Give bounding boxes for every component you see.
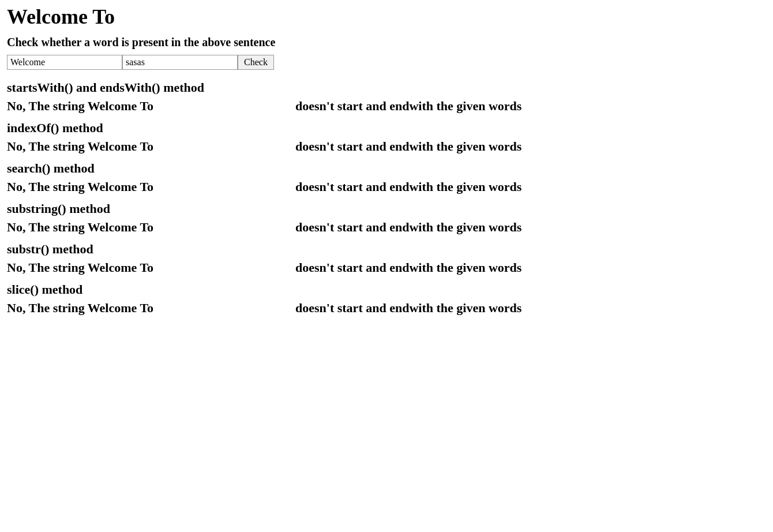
method-heading-4: substr() method xyxy=(7,242,766,257)
subtitle-text: Check whether a word is present in the a… xyxy=(7,36,766,49)
result-row-4: No, The string Welcome Todoesn't start a… xyxy=(7,260,766,275)
method-heading-5: slice() method xyxy=(7,282,766,297)
result-row-0: No, The string Welcome Todoesn't start a… xyxy=(7,99,766,114)
input-row: Check xyxy=(7,55,766,70)
result-left-5: No, The string Welcome To xyxy=(7,301,295,316)
sections-container: startsWith() and endsWith() methodNo, Th… xyxy=(7,80,766,316)
result-right-2: doesn't start and endwith the given word… xyxy=(295,179,766,194)
word-input[interactable] xyxy=(122,55,238,70)
method-heading-2: search() method xyxy=(7,161,766,176)
result-left-1: No, The string Welcome To xyxy=(7,139,295,154)
result-left-0: No, The string Welcome To xyxy=(7,99,295,114)
result-row-2: No, The string Welcome Todoesn't start a… xyxy=(7,179,766,194)
check-button[interactable]: Check xyxy=(238,55,274,70)
result-right-5: doesn't start and endwith the given word… xyxy=(295,301,766,316)
result-right-3: doesn't start and endwith the given word… xyxy=(295,220,766,235)
sentence-input[interactable] xyxy=(7,55,122,70)
method-heading-3: substring() method xyxy=(7,201,766,216)
result-row-5: No, The string Welcome Todoesn't start a… xyxy=(7,301,766,316)
result-left-4: No, The string Welcome To xyxy=(7,260,295,275)
result-left-2: No, The string Welcome To xyxy=(7,179,295,194)
result-row-1: No, The string Welcome Todoesn't start a… xyxy=(7,139,766,154)
result-right-0: doesn't start and endwith the given word… xyxy=(295,99,766,114)
result-row-3: No, The string Welcome Todoesn't start a… xyxy=(7,220,766,235)
method-heading-0: startsWith() and endsWith() method xyxy=(7,80,766,95)
result-right-1: doesn't start and endwith the given word… xyxy=(295,139,766,154)
result-right-4: doesn't start and endwith the given word… xyxy=(295,260,766,275)
page-title: Welcome To xyxy=(7,5,766,29)
method-heading-1: indexOf() method xyxy=(7,121,766,136)
result-left-3: No, The string Welcome To xyxy=(7,220,295,235)
